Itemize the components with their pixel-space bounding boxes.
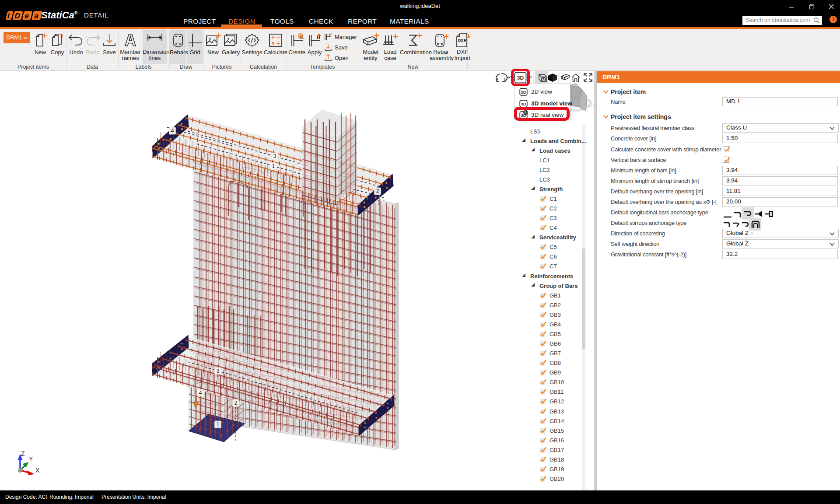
svg-text:3D: 3D [521, 102, 526, 106]
svg-text:2: 2 [376, 188, 379, 194]
svg-text:1: 1 [217, 421, 220, 427]
svg-text:DXF: DXF [458, 38, 466, 43]
svg-text:2: 2 [234, 400, 238, 406]
svg-text:2D: 2D [521, 90, 526, 94]
svg-text:Y: Y [29, 455, 33, 462]
svg-text:3: 3 [217, 368, 220, 374]
svg-text:4: 4 [171, 128, 174, 134]
svg-text:3: 3 [273, 153, 276, 159]
svg-text:Z: Z [21, 450, 25, 457]
svg-text:1: 1 [272, 163, 275, 169]
svg-text:X: X [35, 467, 40, 474]
svg-text:4: 4 [199, 390, 202, 396]
